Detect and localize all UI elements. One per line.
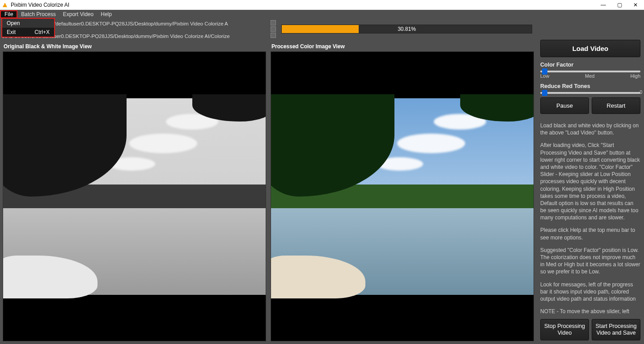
minimize-icon[interactable]: — [599,2,607,8]
help-p1: Load black and white video by clicking o… [540,122,640,136]
views-container: Original Black & White Image View Proces… [0,40,537,344]
processed-viewport [271,51,534,341]
reduce-red-knob[interactable] [542,90,547,96]
infobar: white video is C:/Users/defaultuser0.DES… [0,18,644,40]
start-processing-button[interactable]: Start Processing Video and Save [592,319,640,340]
stop-processing-button[interactable]: Stop Processing Video [540,319,589,340]
help-text: Load black and white video by clicking o… [540,117,640,315]
reduce-red-label: Reduce Red Tones [540,83,640,89]
reduce-red-end-label: 0 [640,90,642,95]
menu-item-open[interactable]: Open [2,19,54,28]
help-p3: Please click Help at the top menu bar to… [540,227,640,241]
cf-tick-med: Med [585,73,594,79]
progress-bar: 30.81% [281,25,532,34]
restart-button[interactable]: Restart [592,97,640,114]
menubar: File Batch Process Export Video Help [0,10,644,18]
color-factor-ticks: Low Med High [540,73,640,79]
status-scroll-buttons[interactable] [271,20,277,38]
menu-item-open-label: Open [7,20,20,26]
help-p4: Suggested "Color Factor" position is Low… [540,247,640,276]
menu-item-exit-shortcut: Ctrl+X [34,29,50,35]
reduce-red-slider[interactable]: 0 [540,92,640,94]
cf-tick-high: High [630,73,640,79]
progress-fill [282,25,359,33]
original-viewport [3,51,266,341]
workspace: Original Black & White Image View Proces… [0,40,644,344]
load-video-button[interactable]: Load Video [540,40,640,57]
menu-item-exit[interactable]: Exit Ctrl+X [2,28,54,37]
color-factor-label: Color Factor [540,62,640,68]
menu-export-video[interactable]: Export Video [59,10,97,18]
progress-percent: 30.81% [398,26,416,32]
maximize-icon[interactable]: ▢ [615,2,623,8]
side-panel: Load Video Color Factor Low Med High Red… [537,40,644,344]
menu-file[interactable]: File [0,10,17,18]
original-view-label: Original Black & White Image View [3,40,266,51]
scroll-down-icon[interactable] [271,33,276,38]
help-p5: Look for messages, left of the progress … [540,281,640,303]
titlebar: Pixbim Video Colorize AI — ▢ ✕ [0,0,644,10]
app-logo-icon [2,2,8,8]
scroll-thumb-icon[interactable] [271,26,276,32]
original-view-column: Original Black & White Image View [3,40,266,341]
help-p2: After loading video, Click "Start Proces… [540,142,640,221]
color-factor-slider[interactable] [540,71,640,72]
processed-view-label: Processed Color Image View [271,40,534,51]
close-icon[interactable]: ✕ [631,2,640,8]
color-factor-knob[interactable] [542,68,547,75]
pause-button[interactable]: Pause [540,97,589,114]
menu-item-exit-label: Exit [7,29,16,35]
menu-help[interactable]: Help [97,10,115,18]
window-title: Pixbim Video Colorize AI [11,2,599,8]
processed-view-column: Processed Color Image View [271,40,534,341]
menu-batch-process[interactable]: Batch Process [17,10,59,18]
scroll-up-icon[interactable] [271,20,276,25]
file-dropdown: Open Exit Ctrl+X [1,18,55,38]
help-p6: NOTE - To move the above slider, left cl… [540,308,640,315]
